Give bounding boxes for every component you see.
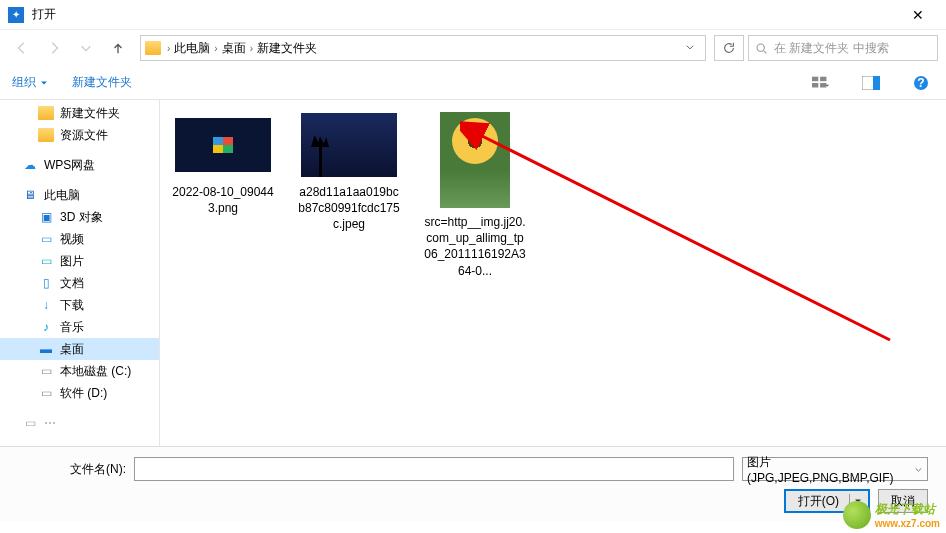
- drive-icon: ▭: [38, 364, 54, 378]
- file-label: a28d11a1aa019bcb87c80991fcdc175c.jpeg: [296, 184, 402, 233]
- svg-rect-6: [873, 76, 880, 90]
- file-item[interactable]: src=http__img.jj20.com_up_allimg_tp06_20…: [422, 112, 528, 279]
- folder-icon: [145, 41, 161, 55]
- file-item[interactable]: 2022-08-10_090443.png: [170, 112, 276, 279]
- svg-rect-3: [812, 83, 818, 88]
- nav-bar: › 此电脑 › 桌面 › 新建文件夹 在 新建文件夹 中搜索: [0, 30, 946, 66]
- search-icon: [755, 42, 768, 55]
- chevron-right-icon: ›: [214, 43, 217, 54]
- sidebar-item-3d[interactable]: ▣3D 对象: [0, 206, 159, 228]
- folder-icon: [38, 128, 54, 142]
- chevron-right-icon: ›: [167, 43, 170, 54]
- crumb-pc[interactable]: 此电脑: [172, 40, 212, 57]
- sidebar-item-downloads[interactable]: ↓下载: [0, 294, 159, 316]
- sidebar-item-wps[interactable]: ☁WPS网盘: [0, 154, 159, 176]
- thumbnail-icon: [440, 112, 510, 208]
- refresh-button[interactable]: [714, 35, 744, 61]
- sidebar-item-drive-d[interactable]: ▭软件 (D:): [0, 382, 159, 404]
- picture-icon: ▭: [38, 254, 54, 268]
- file-item[interactable]: a28d11a1aa019bcb87c80991fcdc175c.jpeg: [296, 112, 402, 279]
- sidebar-item-videos[interactable]: ▭视频: [0, 228, 159, 250]
- music-icon: ♪: [38, 320, 54, 334]
- desktop-icon: ▬: [38, 342, 54, 356]
- sidebar-item-music[interactable]: ♪音乐: [0, 316, 159, 338]
- window-title: 打开: [32, 6, 898, 23]
- thumbnail-icon: [301, 113, 397, 177]
- pc-icon: 🖥: [22, 188, 38, 202]
- video-icon: ▭: [38, 232, 54, 246]
- thumbnail-icon: [175, 118, 271, 172]
- sidebar-item-drive-c[interactable]: ▭本地磁盘 (C:): [0, 360, 159, 382]
- sidebar-item-network[interactable]: ▭⋯: [0, 412, 159, 434]
- footer: 文件名(N): 图片(JPG,JPEG,PNG,BMP,GIF) 打开(O) 取…: [0, 446, 946, 521]
- help-button[interactable]: ?: [908, 70, 934, 96]
- search-placeholder: 在 新建文件夹 中搜索: [774, 40, 889, 57]
- close-button[interactable]: ✕: [898, 7, 938, 23]
- sidebar-item-pictures[interactable]: ▭图片: [0, 250, 159, 272]
- new-folder-button[interactable]: 新建文件夹: [72, 74, 132, 91]
- cube-icon: ▣: [38, 210, 54, 224]
- network-icon: ▭: [22, 416, 38, 430]
- svg-text:?: ?: [917, 76, 924, 90]
- filename-label: 文件名(N):: [18, 461, 126, 478]
- search-input[interactable]: 在 新建文件夹 中搜索: [748, 35, 938, 61]
- chevron-right-icon: ›: [250, 43, 253, 54]
- file-pane[interactable]: 2022-08-10_090443.png a28d11a1aa019bcb87…: [160, 100, 946, 446]
- file-label: 2022-08-10_090443.png: [170, 184, 276, 216]
- breadcrumb-dropdown[interactable]: [679, 41, 701, 55]
- folder-icon: [38, 106, 54, 120]
- crumb-desktop[interactable]: 桌面: [220, 40, 248, 57]
- sidebar-item-newfolder[interactable]: 新建文件夹: [0, 102, 159, 124]
- breadcrumb[interactable]: › 此电脑 › 桌面 › 新建文件夹: [140, 35, 706, 61]
- title-bar: ✦ 打开 ✕: [0, 0, 946, 30]
- sidebar-item-thispc[interactable]: 🖥此电脑: [0, 184, 159, 206]
- sidebar-item-desktop[interactable]: ▬桌面: [0, 338, 159, 360]
- download-icon: ↓: [38, 298, 54, 312]
- sidebar-item-documents[interactable]: ▯文档: [0, 272, 159, 294]
- svg-rect-2: [820, 76, 826, 81]
- app-icon: ✦: [8, 7, 24, 23]
- document-icon: ▯: [38, 276, 54, 290]
- cloud-icon: ☁: [22, 158, 38, 172]
- filename-input[interactable]: [134, 457, 734, 481]
- dialog-body: 新建文件夹 资源文件 ☁WPS网盘 🖥此电脑 ▣3D 对象 ▭视频 ▭图片 ▯文…: [0, 100, 946, 446]
- toolbar: 组织 新建文件夹 ?: [0, 66, 946, 100]
- sidebar-item-resources[interactable]: 资源文件: [0, 124, 159, 146]
- svg-rect-1: [812, 76, 818, 81]
- preview-pane-button[interactable]: [858, 70, 884, 96]
- organize-menu[interactable]: 组织: [12, 74, 48, 91]
- file-label: src=http__img.jj20.com_up_allimg_tp06_20…: [422, 214, 528, 279]
- view-options-button[interactable]: [808, 70, 834, 96]
- chevron-down-icon: [914, 465, 923, 474]
- drive-icon: ▭: [38, 386, 54, 400]
- svg-point-0: [757, 44, 764, 51]
- crumb-folder[interactable]: 新建文件夹: [255, 40, 319, 57]
- svg-rect-4: [820, 83, 826, 88]
- recent-dropdown[interactable]: [72, 34, 100, 62]
- watermark-logo-icon: [843, 501, 871, 529]
- sidebar: 新建文件夹 资源文件 ☁WPS网盘 🖥此电脑 ▣3D 对象 ▭视频 ▭图片 ▯文…: [0, 100, 160, 446]
- forward-button[interactable]: [40, 34, 68, 62]
- file-type-filter[interactable]: 图片(JPG,JPEG,PNG,BMP,GIF): [742, 457, 928, 481]
- watermark: 极光下载站 www.xz7.com: [843, 501, 940, 529]
- back-button[interactable]: [8, 34, 36, 62]
- up-button[interactable]: [104, 34, 132, 62]
